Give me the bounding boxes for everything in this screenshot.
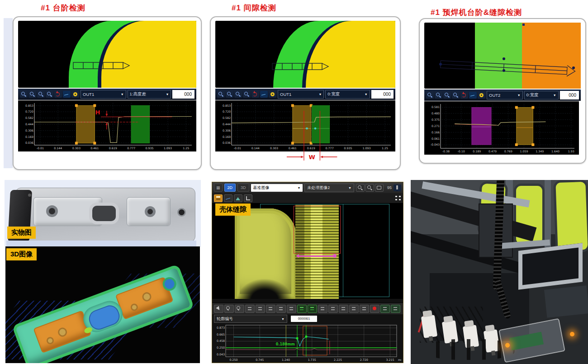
- rotate-right-icon[interactable]: [256, 305, 265, 313]
- measure-roi-overlay: [424, 23, 581, 89]
- settings-icon[interactable]: [478, 92, 485, 99]
- fullscreen-icon[interactable]: [395, 196, 401, 201]
- background-strip: [4, 18, 13, 168]
- processed-image-select[interactable]: 未处理图像2▼: [304, 184, 354, 192]
- preweld-out-select[interactable]: OUT2▼: [487, 91, 523, 99]
- trend-icon[interactable]: [260, 91, 268, 98]
- pan2-icon[interactable]: [276, 305, 286, 313]
- svg-text:0.461: 0.461: [289, 147, 297, 150]
- svg-text:0.853: 0.853: [223, 104, 231, 107]
- pan-icon[interactable]: [266, 305, 275, 313]
- gap-value-box[interactable]: 000: [371, 90, 394, 99]
- step-panel-title: #1 台阶检测: [41, 3, 85, 13]
- zoom-sel-icon[interactable]: [443, 92, 451, 99]
- zoom-in-icon[interactable]: [224, 305, 234, 313]
- profile-number-value[interactable]: 000061: [291, 316, 317, 322]
- box1-icon[interactable]: [339, 305, 348, 313]
- undo-icon[interactable]: [251, 91, 259, 98]
- zoom-sel-icon[interactable]: [37, 91, 45, 98]
- svg-text:-0.01: -0.01: [37, 147, 44, 150]
- base-image-select[interactable]: 基准图像▼: [251, 184, 303, 192]
- processed-image-value: 未处理图像2: [307, 185, 330, 191]
- record-icon[interactable]: [370, 305, 379, 313]
- dropdown-arrow-icon: ▼: [365, 93, 368, 96]
- photo-shape: [570, 332, 574, 336]
- svg-text:0.582: 0.582: [223, 116, 231, 119]
- settings-icon[interactable]: [71, 91, 79, 98]
- zoom-out-icon[interactable]: [28, 91, 36, 98]
- photo-shape: [57, 326, 68, 338]
- zoom-fit-icon[interactable]: [46, 91, 53, 98]
- tab-3d[interactable]: 3D: [237, 184, 249, 192]
- layers-icon[interactable]: [214, 194, 223, 202]
- box2-icon[interactable]: [349, 305, 359, 313]
- panel-icon[interactable]: [394, 184, 401, 191]
- svg-text:0.480: 0.480: [432, 112, 440, 115]
- preweld-value-box[interactable]: 000: [560, 91, 579, 99]
- gap-detection-card: OUT1▼ 0:宽度▼ 000 0.8530.7200.5820.4440.30…: [210, 16, 401, 170]
- profile-icon[interactable]: [287, 305, 296, 313]
- zoom-fit-icon[interactable]: [243, 91, 251, 98]
- svg-text:0.444: 0.444: [223, 123, 231, 126]
- viewer-image-area: -7.3 7.3 mm: [212, 203, 403, 299]
- undo-icon[interactable]: [460, 92, 468, 99]
- zoom-in-icon[interactable]: [356, 184, 365, 192]
- wave-icon[interactable]: [224, 194, 232, 202]
- step-toolbar: OUT1▼ 1:高度差▼ 000: [18, 89, 196, 100]
- dropdown-arrow-icon: ▼: [281, 317, 285, 321]
- trend-icon[interactable]: [469, 92, 477, 99]
- svg-text:1.093: 1.093: [362, 147, 370, 150]
- photo-shape: [237, 279, 292, 299]
- step-mode-select[interactable]: 1:高度差▼: [128, 90, 171, 99]
- zoom-sel-icon[interactable]: [234, 91, 242, 98]
- mountain-icon[interactable]: [234, 194, 242, 202]
- svg-text:0.745: 0.745: [256, 358, 264, 361]
- fit-screen-icon[interactable]: [375, 184, 384, 192]
- zoom-fit-icon[interactable]: [452, 92, 460, 99]
- capture-icon[interactable]: [391, 305, 400, 313]
- photo-shape: [177, 208, 186, 217]
- zoom-in-icon[interactable]: [20, 91, 28, 98]
- angle-icon[interactable]: [244, 194, 252, 202]
- ghost1-icon[interactable]: [318, 305, 327, 313]
- view-grid-icon[interactable]: ▦: [214, 184, 223, 192]
- svg-text:1.735: 1.735: [308, 358, 316, 361]
- svg-text:0.036: 0.036: [25, 141, 33, 144]
- preweld-mode-select[interactable]: 0:宽度▼: [524, 91, 559, 99]
- svg-text:0.303: 0.303: [270, 147, 278, 150]
- box3-icon[interactable]: [360, 305, 369, 313]
- profile-number-select[interactable]: 轮廓编号▼: [214, 315, 287, 323]
- export-icon[interactable]: [380, 305, 390, 313]
- viewer-zoom-controls: [356, 184, 384, 192]
- green-image-icon[interactable]: [308, 305, 317, 313]
- photo-shape: [421, 315, 437, 338]
- green-grid-icon[interactable]: [297, 305, 307, 313]
- svg-text:0.306: 0.306: [25, 129, 33, 132]
- photo-shape: [28, 194, 31, 197]
- rotate-left-icon[interactable]: [245, 305, 255, 313]
- step-value-box[interactable]: 000: [172, 90, 194, 99]
- zoom-out-icon[interactable]: [365, 184, 374, 192]
- svg-text:0.458: 0.458: [217, 339, 225, 342]
- preweld-toolbar-icons: [426, 92, 485, 99]
- zoom-in-icon[interactable]: [426, 92, 434, 99]
- tab-2d[interactable]: 2D: [224, 184, 236, 192]
- undo-icon[interactable]: [54, 91, 62, 98]
- viewer-mode-row: [212, 193, 403, 203]
- gap-mode-select[interactable]: 0:宽度▼: [325, 90, 370, 99]
- svg-text:0.169: 0.169: [223, 135, 231, 138]
- svg-text:0.036: 0.036: [223, 141, 231, 144]
- zoom-out-icon[interactable]: [235, 305, 244, 313]
- ghost2-icon[interactable]: [328, 305, 338, 313]
- svg-text:0.144: 0.144: [251, 147, 260, 150]
- zoom-in-icon[interactable]: [217, 91, 225, 98]
- shell-gap-label: 壳体缝隙: [215, 203, 251, 216]
- step-out-select[interactable]: OUT1▼: [81, 90, 126, 99]
- trend-icon[interactable]: [63, 91, 71, 98]
- settings-icon[interactable]: [269, 91, 276, 98]
- zoom-out-icon[interactable]: [435, 92, 442, 99]
- gap-out-select[interactable]: OUT1▼: [278, 90, 324, 99]
- pointer-icon[interactable]: [214, 305, 223, 313]
- gap-profile-chart: 0.8530.7200.5820.4440.3060.1690.036-0.01…: [215, 100, 395, 167]
- zoom-out-icon[interactable]: [226, 91, 233, 98]
